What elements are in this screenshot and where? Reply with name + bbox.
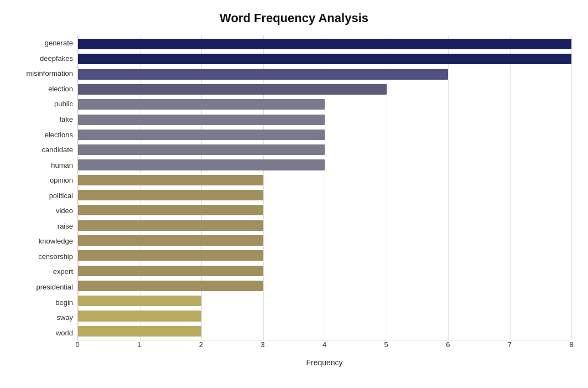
bar-row	[78, 112, 571, 127]
bar-row	[78, 203, 571, 218]
x-axis-title: Frequency	[77, 358, 571, 367]
bar	[78, 326, 201, 337]
bar-row	[78, 82, 571, 97]
y-label: political	[17, 188, 77, 203]
bar	[78, 84, 387, 95]
y-label: fake	[17, 112, 77, 127]
bar-row	[78, 127, 571, 142]
x-tick-label: 1	[137, 340, 141, 349]
y-label: generate	[17, 35, 77, 51]
y-label: deepfakes	[17, 51, 77, 66]
y-label: presidential	[17, 280, 77, 295]
bar	[78, 266, 263, 276]
chart-title: Word Frequency Analysis	[17, 11, 571, 25]
bar	[78, 159, 325, 170]
bar-row	[78, 67, 571, 82]
x-axis-container: 012345678 Frequency	[77, 340, 571, 367]
y-label: world	[17, 325, 77, 340]
bar-row	[78, 173, 571, 188]
bar-row	[78, 142, 571, 157]
bar-row	[78, 157, 571, 172]
y-label: sway	[17, 310, 77, 325]
bar	[78, 235, 263, 246]
y-label: expert	[17, 264, 77, 280]
y-label: elections	[17, 127, 77, 142]
bar	[78, 115, 325, 125]
y-label: censorship	[17, 249, 77, 265]
x-tick-label: 3	[261, 340, 264, 349]
bar	[78, 250, 263, 261]
y-label: human	[17, 157, 77, 173]
bar	[78, 69, 448, 80]
y-label: begin	[17, 294, 77, 310]
bar-row	[78, 233, 571, 248]
y-label: opinion	[17, 173, 77, 188]
y-label: misinformation	[17, 66, 77, 81]
y-label: knowledge	[17, 234, 77, 249]
bar	[78, 296, 201, 306]
bar-row	[78, 263, 571, 278]
bar	[78, 281, 263, 291]
bar-row	[78, 37, 571, 51]
bar-row	[78, 293, 571, 308]
bars-wrapper	[78, 35, 571, 340]
bar	[78, 205, 263, 215]
bar	[78, 190, 263, 200]
bar-row	[78, 324, 571, 339]
bar	[78, 39, 571, 49]
y-label: video	[17, 203, 77, 219]
x-tick-label: 0	[75, 340, 79, 349]
bar-row	[78, 51, 571, 66]
chart-container: Word Frequency Analysis generatedeepfake…	[0, 0, 588, 388]
x-tick-label: 7	[508, 340, 512, 349]
x-tick-label: 6	[446, 340, 450, 349]
bar	[78, 130, 325, 140]
x-tick-label: 2	[199, 340, 203, 349]
bar	[78, 220, 263, 231]
y-label: candidate	[17, 142, 77, 158]
bar-row	[78, 308, 571, 323]
y-label: election	[17, 81, 77, 97]
y-label: public	[17, 96, 77, 112]
bar-row	[78, 97, 571, 112]
chart-area: generatedeepfakesmisinformationelectionp…	[17, 35, 571, 340]
bar	[78, 144, 325, 155]
x-tick-label: 4	[322, 340, 326, 349]
grid-line	[571, 35, 572, 340]
y-label: raise	[17, 219, 77, 234]
bar	[78, 54, 571, 64]
bar	[78, 175, 263, 185]
bar-row	[78, 278, 571, 293]
bar-row	[78, 218, 571, 233]
x-tick-label: 5	[384, 340, 388, 349]
bar-row	[78, 188, 571, 203]
x-axis-labels: 012345678	[77, 340, 571, 354]
y-axis: generatedeepfakesmisinformationelectionp…	[17, 35, 77, 340]
bar	[78, 311, 201, 321]
x-tick-label: 8	[569, 340, 573, 349]
plot-area	[77, 35, 571, 340]
bar	[78, 99, 325, 110]
bar-row	[78, 248, 571, 263]
